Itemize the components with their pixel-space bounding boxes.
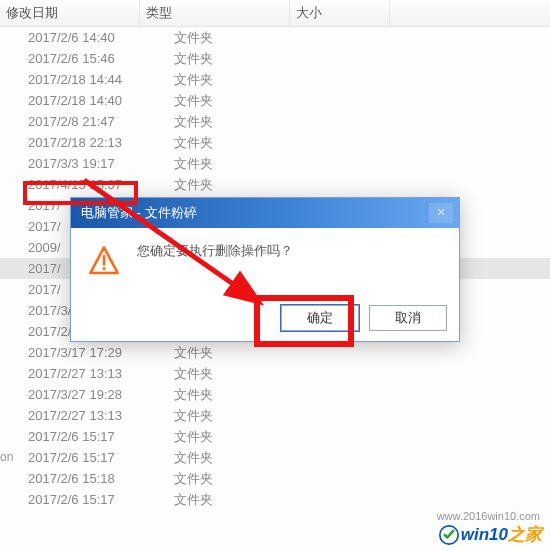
dialog-message: 您确定要执行删除操作吗？ <box>121 242 293 260</box>
cell-date: 2017/2/6 15:17 <box>0 426 168 447</box>
header-size[interactable]: 大小 <box>290 0 390 26</box>
cell-date: 2017/2/6 15:17 <box>0 447 168 468</box>
table-row[interactable]: 2017/2/18 14:40文件夹 <box>0 90 550 111</box>
annotation-box-date <box>23 181 138 205</box>
cancel-button[interactable]: 取消 <box>369 305 447 331</box>
cell-type: 文件夹 <box>168 27 324 48</box>
cell-type: 文件夹 <box>168 468 324 489</box>
cell-type: 文件夹 <box>168 48 324 69</box>
cell-date: 2017/2/27 13:13 <box>0 363 168 384</box>
table-row[interactable]: 2017/2/18 14:44文件夹 <box>0 69 550 90</box>
table-row[interactable]: 2017/2/6 15:46文件夹 <box>0 48 550 69</box>
table-row[interactable]: 2017/2/8 21:47文件夹 <box>0 111 550 132</box>
cell-type: 文件夹 <box>168 111 324 132</box>
table-row[interactable]: 2017/2/27 13:13文件夹 <box>0 405 550 426</box>
cell-date: 2017/3/3 19:17 <box>0 153 168 174</box>
watermark-badge-icon <box>439 525 459 545</box>
warning-icon <box>87 244 121 278</box>
table-row[interactable]: 2017/2/6 15:17文件夹 <box>0 426 550 447</box>
cell-date: 2017/2/18 14:40 <box>0 90 168 111</box>
cell-type: 文件夹 <box>168 153 324 174</box>
cell-type: 文件夹 <box>168 90 324 111</box>
cell-type: 文件夹 <box>168 447 324 468</box>
header-type[interactable]: 类型 <box>140 0 290 26</box>
table-row[interactable]: 2017/2/6 15:17文件夹 <box>0 447 550 468</box>
cell-type: 文件夹 <box>168 69 324 90</box>
truncated-filename-suffix: on <box>0 450 13 464</box>
dialog-title: 电脑管家 - 文件粉碎 <box>81 205 197 220</box>
cell-date: 2017/2/6 15:17 <box>0 489 168 510</box>
cell-date: 2017/2/18 14:44 <box>0 69 168 90</box>
close-button[interactable]: × <box>429 203 453 223</box>
table-row[interactable]: 2017/2/6 15:18文件夹 <box>0 468 550 489</box>
cell-date: 2017/2/6 15:18 <box>0 468 168 489</box>
watermark-text-2: 之家 <box>508 523 542 546</box>
cell-type: 文件夹 <box>168 363 324 384</box>
table-row[interactable]: 2017/2/18 22:13文件夹 <box>0 132 550 153</box>
table-row[interactable]: 2017/2/6 14:40文件夹 <box>0 27 550 48</box>
cell-type: 文件夹 <box>168 132 324 153</box>
cell-type: 文件夹 <box>168 174 324 195</box>
column-headers[interactable]: 修改日期 类型 大小 <box>0 0 550 27</box>
cell-date: 2017/2/18 22:13 <box>0 132 168 153</box>
cell-type: 文件夹 <box>168 426 324 447</box>
cell-date: 2017/2/8 21:47 <box>0 111 168 132</box>
table-row[interactable]: 2017/2/27 13:13文件夹 <box>0 363 550 384</box>
table-row[interactable]: 2017/2/6 15:17文件夹 <box>0 489 550 510</box>
cell-type: 文件夹 <box>168 489 324 510</box>
watermark-text-1: win10 <box>461 525 508 545</box>
close-icon: × <box>437 204 445 220</box>
svg-point-1 <box>102 267 105 270</box>
cell-date: 2017/2/6 14:40 <box>0 27 168 48</box>
cell-date: 2017/2/27 13:13 <box>0 405 168 426</box>
cell-type: 文件夹 <box>168 405 324 426</box>
watermark-logo: win10 之家 <box>439 523 542 546</box>
table-row[interactable]: 2017/3/3 19:17文件夹 <box>0 153 550 174</box>
table-row[interactable]: 2017/3/27 19:28文件夹 <box>0 384 550 405</box>
header-date[interactable]: 修改日期 <box>0 0 140 26</box>
cell-type: 文件夹 <box>168 384 324 405</box>
cell-date: 2017/2/6 15:46 <box>0 48 168 69</box>
cell-date: 2017/3/27 19:28 <box>0 384 168 405</box>
watermark-url: www.2016win10.com <box>437 510 540 522</box>
annotation-box-ok <box>254 295 354 347</box>
cell-date: 2017/3/17 17:29 <box>0 342 168 363</box>
